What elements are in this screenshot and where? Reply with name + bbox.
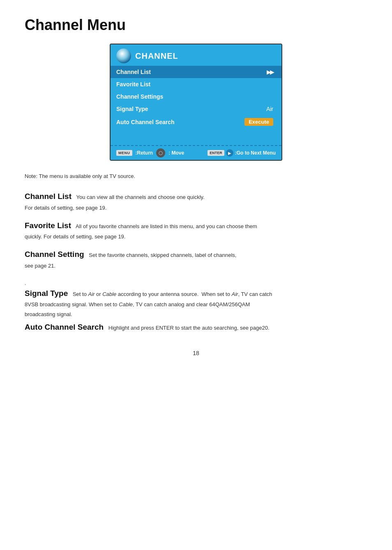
tv-menu-body: Channel List ▶▶ Favorite List Channel Se… [111, 66, 281, 160]
menu-item-channel-settings[interactable]: Channel Settings [111, 90, 281, 103]
desc-channel-setting-title: Channel Setting [25, 250, 84, 259]
desc-auto-channel-search-title: Auto Channel Search [25, 323, 104, 331]
enter-key[interactable]: ENTER [208, 150, 224, 156]
footer-right: ENTER ▶ :Go to Next Menu [208, 149, 276, 157]
desc-signal-type-title: Signal Type [25, 289, 68, 298]
page-number: 18 [25, 350, 367, 356]
return-label: :Return [136, 150, 153, 156]
menu-item-favorite-list[interactable]: Favorite List [111, 78, 281, 90]
play-arrow-icon: ▶ [226, 149, 233, 157]
execute-badge[interactable]: Execute [244, 118, 273, 126]
signal-type-label: Signal Type [116, 106, 148, 112]
next-menu-label: :Go to Next Menu [235, 150, 276, 156]
note-text: Note: The menu is available only at TV s… [25, 173, 367, 179]
favorite-list-label: Favorite List [116, 81, 150, 88]
tv-menu-title: CHANNEL [135, 51, 178, 61]
tv-menu-header: CHANNEL [111, 44, 281, 66]
menu-item-spacer-2 [111, 136, 281, 142]
footer-left: MENU :Return ◯ : Move [116, 148, 184, 157]
tv-menu-footer: MENU :Return ◯ : Move ENTER ▶ :Go to Nex… [111, 146, 281, 160]
signal-type-dot: . [25, 280, 26, 286]
desc-channel-list: Channel List You can view all the channe… [25, 191, 367, 213]
auto-channel-search-label: Auto Channel Search [116, 119, 175, 125]
menu-key[interactable]: MENU [116, 150, 132, 156]
menu-item-signal-type[interactable]: Signal Type Air [111, 103, 281, 115]
move-label: : Move [168, 150, 184, 156]
channel-list-label: Channel List [116, 69, 151, 75]
channel-list-arrows: ▶▶ [267, 69, 273, 75]
desc-signal-type: . Signal Type Set to Air or Cable accord… [25, 278, 367, 319]
page-title: Channel Menu [25, 16, 367, 34]
desc-channel-list-title: Channel List [25, 192, 71, 201]
tv-logo-icon [116, 49, 131, 63]
desc-channel-setting: Channel Setting Set the favorite channel… [25, 249, 367, 270]
desc-favorite-list-title: Favorite List [25, 221, 71, 230]
tv-menu-panel: CHANNEL Channel List ▶▶ Favorite List Ch… [110, 44, 282, 161]
channel-settings-label: Channel Settings [116, 93, 163, 100]
move-icon: ◯ [156, 148, 165, 157]
desc-auto-channel-search-body: Highlight and press ENTER to start the a… [106, 325, 270, 331]
desc-favorite-list: Favorite List All of you favorite channe… [25, 220, 367, 242]
menu-item-auto-channel-search[interactable]: Auto Channel Search Execute [111, 115, 281, 129]
desc-auto-channel-search: Auto Channel Search Highlight and press … [25, 321, 367, 333]
signal-type-value: Air [266, 106, 273, 112]
menu-item-spacer-1 [111, 129, 281, 136]
menu-item-channel-list[interactable]: Channel List ▶▶ [111, 66, 281, 78]
